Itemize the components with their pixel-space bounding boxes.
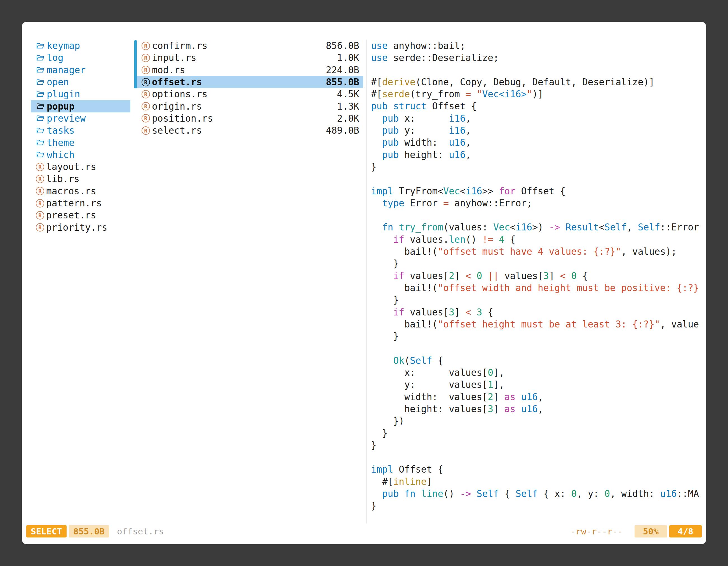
dir-item-which[interactable]: which: [31, 149, 130, 161]
code-line: x: values[0],: [371, 366, 704, 379]
file-row-position.rs[interactable]: Rposition.rs2.0K: [137, 112, 363, 125]
file-name: options.rs: [152, 89, 208, 100]
code-line: pub y: i16,: [371, 125, 704, 137]
file-item-priority.rs[interactable]: Rpriority.rs: [31, 221, 130, 233]
rust-file-icon: R: [142, 66, 150, 74]
code-line: impl Offset {: [371, 463, 704, 475]
code-line: [371, 173, 704, 185]
code-line: [371, 342, 704, 354]
code-line: bail!("offset width and height must be p…: [371, 282, 704, 294]
code-line: y: values[1],: [371, 379, 704, 391]
pane-separator: [132, 40, 132, 523]
dir-item-tasks[interactable]: tasks: [31, 125, 130, 137]
file-item-layout.rs[interactable]: Rlayout.rs: [31, 161, 130, 173]
rust-file-icon: R: [36, 199, 44, 208]
code-line: use anyhow::bail;: [371, 40, 704, 52]
code-line: width: values[2] as u16,: [371, 391, 704, 403]
file-item-macros.rs[interactable]: Rmacros.rs: [31, 185, 130, 197]
code-line: #[serde(try_from = "Vec<i16>")]: [371, 88, 704, 100]
code-line: use serde::Deserialize;: [371, 52, 704, 64]
file-name: select.rs: [152, 125, 202, 136]
file-size: 1.0K: [337, 52, 359, 63]
code-line: type Error = anyhow::Error;: [371, 197, 704, 209]
rust-file-icon: R: [36, 187, 44, 195]
rust-file-icon: R: [142, 42, 150, 50]
code-line: [371, 209, 704, 221]
folder-open-icon: [36, 126, 45, 135]
cursor-position-badge: 4/8: [669, 525, 702, 537]
dir-item-open[interactable]: open: [31, 76, 130, 88]
code-line: #[inline]: [371, 476, 704, 488]
file-row-mod.rs[interactable]: Rmod.rs224.0B: [137, 64, 363, 76]
file-row-options.rs[interactable]: Roptions.rs4.5K: [137, 88, 363, 100]
dir-item-keymap[interactable]: keymap: [31, 40, 130, 52]
code-line: Ok(Self {: [371, 354, 704, 366]
rust-file-icon: R: [36, 163, 44, 171]
code-line: fn try_from(values: Vec<i16>) -> Result<…: [371, 221, 704, 233]
code-line: pub x: i16,: [371, 112, 704, 125]
folder-open-icon: [36, 102, 45, 111]
rust-file-icon: R: [142, 78, 150, 86]
code-line: bail!("offset must have 4 values: {:?}",…: [371, 246, 704, 258]
scroll-percent-badge: 50%: [635, 525, 667, 537]
file-size: 856.0B: [326, 40, 359, 51]
file-row-input.rs[interactable]: Rinput.rs1.0K: [137, 52, 363, 64]
rust-file-icon: R: [142, 126, 150, 135]
file-size: 224.0B: [326, 65, 359, 76]
file-size: 4.5K: [337, 89, 359, 100]
file-row-confirm.rs[interactable]: Rconfirm.rs856.0B: [137, 40, 363, 52]
dir-item-preview[interactable]: preview: [31, 112, 130, 125]
file-manager-window: keymaplogmanageropenpluginpopuppreviewta…: [22, 22, 706, 544]
code-line: }: [371, 258, 704, 270]
current-pane: Rconfirm.rs856.0BRinput.rs1.0KRmod.rs224…: [134, 40, 363, 137]
dir-item-plugin[interactable]: plugin: [31, 88, 130, 100]
dir-item-manager[interactable]: manager: [31, 64, 130, 76]
code-line: bail!("offset height must be at least 3:…: [371, 318, 704, 330]
item-label: preset.rs: [46, 210, 96, 221]
code-line: if values[3] < 3 {: [371, 306, 704, 318]
file-item-lib.rs[interactable]: Rlib.rs: [31, 173, 130, 185]
folder-open-icon: [36, 114, 45, 123]
file-list: Rconfirm.rs856.0BRinput.rs1.0KRmod.rs224…: [134, 40, 363, 137]
dir-item-theme[interactable]: theme: [31, 137, 130, 149]
code-line: pub struct Offset {: [371, 100, 704, 112]
code-line: pub height: u16,: [371, 149, 704, 161]
file-size-badge: 855.0B: [69, 525, 109, 537]
code-line: }: [371, 330, 704, 342]
item-label: preview: [47, 113, 86, 124]
item-label: keymap: [47, 40, 80, 51]
code-line: [371, 451, 704, 463]
rust-file-icon: R: [142, 102, 150, 111]
rust-file-icon: R: [142, 90, 150, 98]
file-name: position.rs: [152, 113, 213, 124]
item-label: layout.rs: [46, 161, 96, 172]
item-label: open: [47, 77, 69, 88]
file-item-preset.rs[interactable]: Rpreset.rs: [31, 209, 130, 221]
file-row-offset.rs[interactable]: Roffset.rs855.0B: [137, 76, 363, 88]
rust-file-icon: R: [36, 211, 44, 220]
code-line: pub width: u16,: [371, 137, 704, 149]
folder-open-icon: [36, 53, 45, 62]
dir-item-log[interactable]: log: [31, 52, 130, 64]
code-line: }: [371, 427, 704, 439]
pane-separator: [366, 40, 367, 523]
item-label: lib.rs: [46, 173, 79, 184]
scrollbar[interactable]: [134, 40, 137, 88]
code-line: impl TryFrom<Vec<i16>> for Offset {: [371, 185, 704, 197]
rust-file-icon: R: [142, 54, 150, 62]
rust-file-icon: R: [36, 223, 44, 232]
dir-item-popup[interactable]: popup: [31, 100, 130, 112]
file-size: 2.0K: [337, 113, 359, 124]
file-row-origin.rs[interactable]: Rorigin.rs1.3K: [137, 100, 363, 112]
file-row-select.rs[interactable]: Rselect.rs489.0B: [137, 125, 363, 137]
item-label: tasks: [47, 125, 74, 136]
file-item-pattern.rs[interactable]: Rpattern.rs: [31, 197, 130, 209]
preview-pane: use anyhow::bail;use serde::Deserialize;…: [369, 40, 704, 512]
desktop-background: keymaplogmanageropenpluginpopuppreviewta…: [0, 0, 728, 566]
folder-open-icon: [36, 150, 45, 159]
folder-open-icon: [36, 41, 45, 50]
parent-pane: keymaplogmanageropenpluginpopuppreviewta…: [31, 40, 130, 234]
folder-open-icon: [36, 138, 45, 147]
file-name: origin.rs: [152, 101, 202, 112]
code-line: height: values[3] as u16,: [371, 403, 704, 415]
